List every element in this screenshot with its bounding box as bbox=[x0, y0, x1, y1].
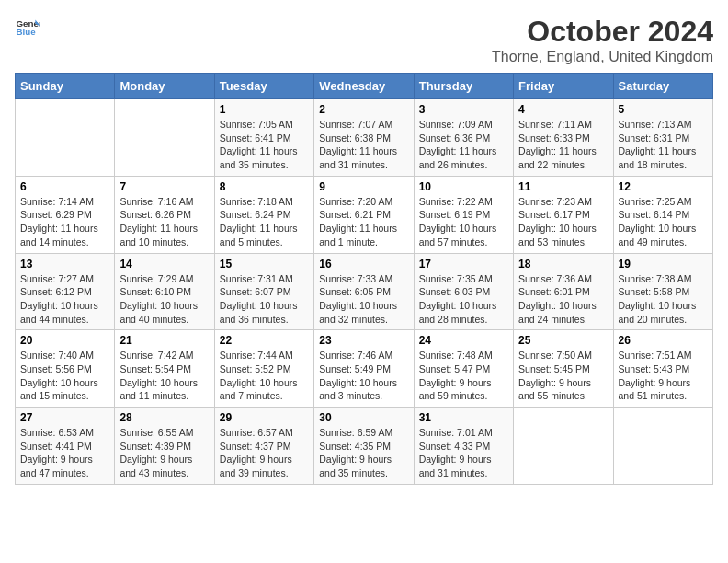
calendar-cell: 20Sunrise: 7:40 AMSunset: 5:56 PMDayligh… bbox=[16, 330, 115, 408]
day-number: 25 bbox=[518, 334, 608, 347]
calendar-cell: 21Sunrise: 7:42 AMSunset: 5:54 PMDayligh… bbox=[115, 330, 214, 408]
day-number: 14 bbox=[119, 258, 209, 270]
day-info: Sunrise: 7:11 AMSunset: 6:33 PMDaylight:… bbox=[518, 118, 608, 172]
day-number: 29 bbox=[220, 411, 309, 424]
day-info: Sunrise: 7:18 AMSunset: 6:24 PMDaylight:… bbox=[220, 195, 309, 249]
calendar-cell: 15Sunrise: 7:31 AMSunset: 6:07 PMDayligh… bbox=[214, 253, 313, 330]
day-info: Sunrise: 7:42 AMSunset: 5:54 PMDaylight:… bbox=[119, 349, 209, 403]
day-info: Sunrise: 7:07 AMSunset: 6:38 PMDaylight:… bbox=[319, 118, 408, 172]
calendar-cell: 2Sunrise: 7:07 AMSunset: 6:38 PMDaylight… bbox=[314, 99, 414, 177]
logo-icon: General Blue bbox=[15, 15, 40, 40]
day-number: 24 bbox=[419, 334, 508, 347]
day-number: 16 bbox=[319, 258, 408, 270]
calendar-cell: 19Sunrise: 7:38 AMSunset: 5:58 PMDayligh… bbox=[613, 253, 712, 330]
day-info: Sunrise: 6:59 AMSunset: 4:35 PMDaylight:… bbox=[319, 426, 408, 480]
day-info: Sunrise: 7:16 AMSunset: 6:26 PMDaylight:… bbox=[119, 195, 209, 249]
calendar-week-row: 6Sunrise: 7:14 AMSunset: 6:29 PMDaylight… bbox=[16, 176, 713, 253]
day-number: 23 bbox=[319, 334, 408, 347]
day-info: Sunrise: 7:09 AMSunset: 6:36 PMDaylight:… bbox=[419, 118, 508, 172]
day-info: Sunrise: 6:57 AMSunset: 4:37 PMDaylight:… bbox=[220, 426, 309, 480]
day-number: 13 bbox=[20, 258, 109, 270]
calendar-cell: 6Sunrise: 7:14 AMSunset: 6:29 PMDaylight… bbox=[16, 176, 115, 253]
calendar-week-row: 27Sunrise: 6:53 AMSunset: 4:41 PMDayligh… bbox=[16, 408, 713, 485]
calendar-cell: 28Sunrise: 6:55 AMSunset: 4:39 PMDayligh… bbox=[115, 408, 214, 485]
day-info: Sunrise: 7:40 AMSunset: 5:56 PMDaylight:… bbox=[20, 349, 109, 403]
calendar-week-row: 1Sunrise: 7:05 AMSunset: 6:41 PMDaylight… bbox=[16, 99, 713, 177]
day-number: 27 bbox=[20, 411, 109, 424]
calendar-cell: 24Sunrise: 7:48 AMSunset: 5:47 PMDayligh… bbox=[414, 330, 513, 408]
calendar-cell: 30Sunrise: 6:59 AMSunset: 4:35 PMDayligh… bbox=[314, 408, 414, 485]
day-info: Sunrise: 7:50 AMSunset: 5:45 PMDaylight:… bbox=[518, 349, 608, 403]
calendar-cell: 7Sunrise: 7:16 AMSunset: 6:26 PMDaylight… bbox=[115, 176, 214, 253]
day-number: 31 bbox=[419, 411, 508, 424]
calendar-cell: 26Sunrise: 7:51 AMSunset: 5:43 PMDayligh… bbox=[613, 330, 712, 408]
day-info: Sunrise: 7:20 AMSunset: 6:21 PMDaylight:… bbox=[319, 195, 408, 249]
day-number: 5 bbox=[619, 103, 708, 116]
day-info: Sunrise: 6:55 AMSunset: 4:39 PMDaylight:… bbox=[119, 426, 209, 480]
day-number: 12 bbox=[619, 180, 708, 193]
day-info: Sunrise: 7:29 AMSunset: 6:10 PMDaylight:… bbox=[119, 272, 209, 327]
day-info: Sunrise: 6:53 AMSunset: 4:41 PMDaylight:… bbox=[20, 426, 109, 480]
logo: General Blue bbox=[15, 15, 40, 40]
day-number: 3 bbox=[419, 103, 508, 116]
calendar-cell: 8Sunrise: 7:18 AMSunset: 6:24 PMDaylight… bbox=[214, 176, 313, 253]
calendar-cell: 27Sunrise: 6:53 AMSunset: 4:41 PMDayligh… bbox=[16, 408, 115, 485]
calendar-cell bbox=[514, 408, 613, 485]
weekday-header-cell: Friday bbox=[514, 74, 613, 99]
weekday-header-cell: Thursday bbox=[414, 74, 513, 99]
day-number: 17 bbox=[419, 258, 508, 270]
day-number: 18 bbox=[518, 258, 608, 270]
day-info: Sunrise: 7:35 AMSunset: 6:03 PMDaylight:… bbox=[419, 272, 508, 327]
weekday-header-cell: Monday bbox=[115, 74, 214, 99]
day-info: Sunrise: 7:23 AMSunset: 6:17 PMDaylight:… bbox=[518, 195, 608, 249]
day-info: Sunrise: 7:38 AMSunset: 5:58 PMDaylight:… bbox=[619, 272, 708, 327]
day-number: 11 bbox=[518, 180, 608, 193]
calendar-body: 1Sunrise: 7:05 AMSunset: 6:41 PMDaylight… bbox=[16, 99, 713, 485]
calendar-cell: 12Sunrise: 7:25 AMSunset: 6:14 PMDayligh… bbox=[613, 176, 712, 253]
day-info: Sunrise: 7:27 AMSunset: 6:12 PMDaylight:… bbox=[20, 272, 109, 327]
calendar-cell: 3Sunrise: 7:09 AMSunset: 6:36 PMDaylight… bbox=[414, 99, 513, 177]
weekday-header-cell: Wednesday bbox=[314, 74, 414, 99]
calendar-cell: 11Sunrise: 7:23 AMSunset: 6:17 PMDayligh… bbox=[514, 176, 613, 253]
svg-text:Blue: Blue bbox=[16, 27, 36, 37]
day-number: 6 bbox=[20, 180, 109, 193]
day-info: Sunrise: 7:14 AMSunset: 6:29 PMDaylight:… bbox=[20, 195, 109, 249]
day-info: Sunrise: 7:01 AMSunset: 4:33 PMDaylight:… bbox=[419, 426, 508, 480]
calendar-cell: 9Sunrise: 7:20 AMSunset: 6:21 PMDaylight… bbox=[314, 176, 414, 253]
subtitle: Thorne, England, United Kingdom bbox=[492, 49, 713, 65]
day-number: 30 bbox=[319, 411, 408, 424]
day-info: Sunrise: 7:22 AMSunset: 6:19 PMDaylight:… bbox=[419, 195, 508, 249]
calendar-cell bbox=[613, 408, 712, 485]
day-info: Sunrise: 7:33 AMSunset: 6:05 PMDaylight:… bbox=[319, 272, 408, 327]
day-number: 10 bbox=[419, 180, 508, 193]
weekday-header-cell: Sunday bbox=[16, 74, 115, 99]
page-header: General Blue October 2024 Thorne, Englan… bbox=[15, 15, 713, 65]
day-number: 4 bbox=[518, 103, 608, 116]
calendar-cell: 22Sunrise: 7:44 AMSunset: 5:52 PMDayligh… bbox=[214, 330, 313, 408]
calendar-cell: 14Sunrise: 7:29 AMSunset: 6:10 PMDayligh… bbox=[115, 253, 214, 330]
day-number: 28 bbox=[119, 411, 209, 424]
day-number: 21 bbox=[119, 334, 209, 347]
day-info: Sunrise: 7:44 AMSunset: 5:52 PMDaylight:… bbox=[220, 349, 309, 403]
day-number: 1 bbox=[220, 103, 309, 116]
weekday-header-cell: Saturday bbox=[613, 74, 712, 99]
day-number: 19 bbox=[619, 258, 708, 270]
day-info: Sunrise: 7:46 AMSunset: 5:49 PMDaylight:… bbox=[319, 349, 408, 403]
day-info: Sunrise: 7:31 AMSunset: 6:07 PMDaylight:… bbox=[220, 272, 309, 327]
day-info: Sunrise: 7:05 AMSunset: 6:41 PMDaylight:… bbox=[220, 118, 309, 172]
weekday-header-row: SundayMondayTuesdayWednesdayThursdayFrid… bbox=[16, 74, 713, 99]
day-info: Sunrise: 7:48 AMSunset: 5:47 PMDaylight:… bbox=[419, 349, 508, 403]
calendar-cell: 25Sunrise: 7:50 AMSunset: 5:45 PMDayligh… bbox=[514, 330, 613, 408]
calendar-cell: 31Sunrise: 7:01 AMSunset: 4:33 PMDayligh… bbox=[414, 408, 513, 485]
calendar-cell: 16Sunrise: 7:33 AMSunset: 6:05 PMDayligh… bbox=[314, 253, 414, 330]
day-number: 7 bbox=[119, 180, 209, 193]
calendar-week-row: 13Sunrise: 7:27 AMSunset: 6:12 PMDayligh… bbox=[16, 253, 713, 330]
calendar-cell: 5Sunrise: 7:13 AMSunset: 6:31 PMDaylight… bbox=[613, 99, 712, 177]
day-number: 15 bbox=[220, 258, 309, 270]
day-info: Sunrise: 7:13 AMSunset: 6:31 PMDaylight:… bbox=[619, 118, 708, 172]
weekday-header-cell: Tuesday bbox=[214, 74, 313, 99]
calendar-cell: 13Sunrise: 7:27 AMSunset: 6:12 PMDayligh… bbox=[16, 253, 115, 330]
calendar-cell: 18Sunrise: 7:36 AMSunset: 6:01 PMDayligh… bbox=[514, 253, 613, 330]
calendar-cell bbox=[115, 99, 214, 177]
calendar-week-row: 20Sunrise: 7:40 AMSunset: 5:56 PMDayligh… bbox=[16, 330, 713, 408]
